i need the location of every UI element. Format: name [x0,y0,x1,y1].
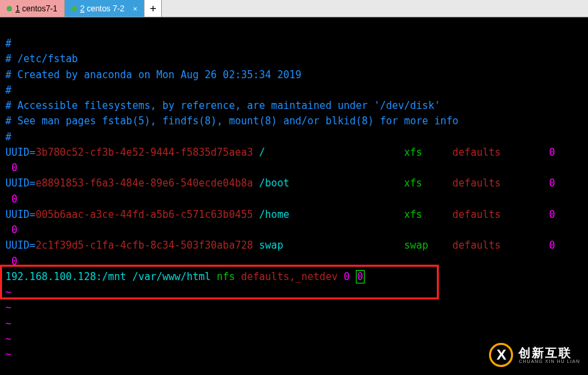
fstab-comment: # /etc/fstab [5,51,588,67]
watermark-logo-icon: X [489,343,513,367]
vim-empty-line: ~ [5,316,588,332]
fstab-entry: UUID=e8891853-f6a3-484e-89e6-540ecde04b8… [5,176,588,191]
fstab-nfs-entry: 192.168.100.128:/mnt /var/www/html nfs d… [5,269,588,285]
watermark-text-main: 创新互联 [518,347,580,359]
connection-status-icon [72,6,77,11]
terminal-content[interactable]: # # /etc/fstab # Created by anaconda on … [0,17,588,362]
fstab-comment: # Created by anaconda on Mon Aug 26 02:3… [5,68,588,83]
fstab-comment: # [5,83,588,98]
close-icon[interactable]: × [133,5,137,13]
fstab-entry: UUID=2c1f39d5-c1fa-4cfb-8c34-503f30aba72… [5,238,588,253]
tab-label: centos7-1 [22,4,58,13]
connection-status-icon [7,6,12,11]
fstab-entry-tail: 0 [5,192,588,207]
tab-label: centos 7-2 [87,4,124,13]
fstab-comment: # Accessible filesystems, by reference, … [5,98,588,114]
fstab-entry: UUID=005b6aac-a3ce-44fd-a5b6-c571c63b045… [5,207,588,223]
fstab-comment: # See man pages fstab(5), findfs(8), mou… [5,114,588,129]
cursor: 0 [356,270,365,283]
fstab-comment: # [5,36,588,51]
fstab-entry-tail: 0 [5,223,588,238]
tab-centos7-1[interactable]: 1 centos7-1 [0,0,65,17]
tab-bar: 1 centos7-1 2 centos 7-2 × + [0,0,588,17]
tab-number: 1 [15,4,20,13]
tab-centos7-2[interactable]: 2 centos 7-2 × [65,0,145,17]
tab-number: 2 [80,4,85,13]
fstab-comment: # [5,130,588,145]
watermark-text-sub: CHUANG XIN HU LIAN [518,359,580,364]
watermark: X 创新互联 CHUANG XIN HU LIAN [489,343,580,367]
add-tab-button[interactable]: + [144,0,162,17]
fstab-entry-tail: 0 [5,160,588,176]
vim-empty-line: ~ [5,300,588,316]
vim-empty-line: ~ [5,285,588,300]
fstab-entry-tail: 0 [5,254,588,269]
fstab-entry: UUID=3b780c52-cf3b-4e52-9444-f5835d75aea… [5,145,588,160]
